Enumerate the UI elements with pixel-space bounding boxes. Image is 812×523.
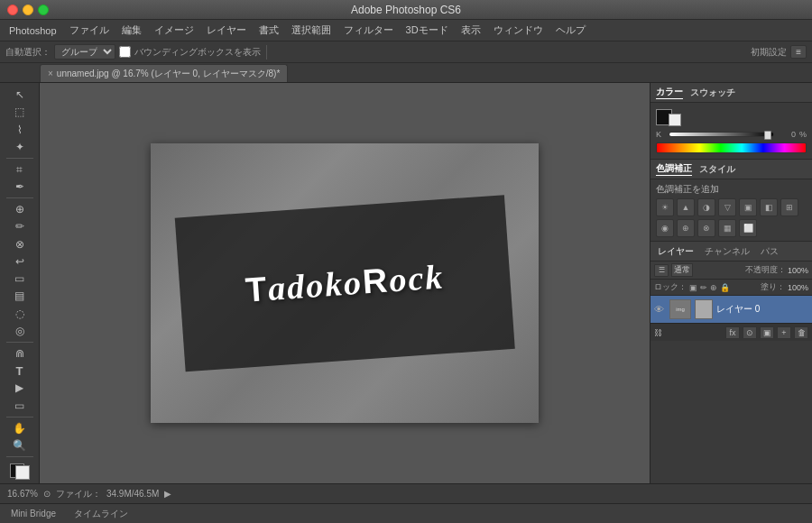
color-spectrum[interactable] (656, 142, 807, 153)
toolbar-separator (6, 158, 33, 159)
move-tool[interactable]: ↖ (8, 87, 32, 103)
banner-text-ock: ock (388, 257, 446, 298)
menu-help[interactable]: ヘルプ (550, 22, 591, 39)
autoselect-dropdown[interactable]: グループ レイヤー (54, 44, 115, 60)
eyedropper-tool[interactable]: ✒ (8, 179, 32, 195)
channels-tab[interactable]: チャンネル (701, 244, 753, 259)
menu-format[interactable]: 書式 (254, 22, 284, 39)
adj-exposure-icon[interactable]: ▽ (718, 198, 736, 216)
hand-tool[interactable]: ✋ (8, 420, 32, 436)
adj-hsl-icon[interactable]: ◧ (760, 198, 778, 216)
eraser-tool[interactable]: ▭ (8, 271, 32, 287)
toolbar-separator-2 (6, 197, 33, 198)
layer-mode-btn[interactable]: ☰ (654, 264, 669, 277)
document-tab[interactable]: × unnamed.jpg @ 16.7% (レイヤー 0, レイヤーマスク/8… (40, 64, 288, 82)
lasso-tool[interactable]: ⌇ (8, 121, 32, 137)
canvas-background: TadokoRock (151, 143, 539, 423)
new-layer-btn[interactable]: + (777, 326, 791, 339)
marquee-tool[interactable]: ⬚ (8, 104, 32, 120)
blend-mode-label[interactable]: 通常 (671, 263, 693, 277)
k-label: K (656, 130, 665, 139)
lock-position-btn[interactable]: ⊕ (710, 283, 717, 292)
adjustments-tab[interactable]: 色調補正 (656, 162, 692, 176)
history-brush-tool[interactable]: ↩ (8, 253, 32, 270)
layer-visibility-icon[interactable]: 👁 (654, 304, 664, 315)
bounding-box-checkbox[interactable] (119, 46, 131, 58)
adj-invert-icon[interactable]: ⬜ (739, 219, 757, 237)
adj-curves-icon[interactable]: ◑ (697, 198, 715, 216)
stamp-tool[interactable]: ⊗ (8, 236, 32, 252)
mini-bridge-tab[interactable]: Mini Bridge (7, 509, 60, 518)
layer-name: レイヤー 0 (716, 303, 808, 316)
magic-wand-tool[interactable]: ✦ (8, 139, 32, 155)
delete-layer-btn[interactable]: 🗑 (794, 326, 808, 339)
dodge-tool[interactable]: ◎ (8, 323, 32, 339)
adj-channel-mixer-icon[interactable]: ⊗ (697, 219, 715, 237)
blur-tool[interactable]: ◌ (8, 305, 32, 321)
adj-colorbalance-icon[interactable]: ⊞ (780, 198, 798, 216)
menu-3d[interactable]: 3Dモード (401, 22, 454, 39)
maximize-button[interactable] (38, 5, 49, 15)
pen-tool[interactable]: ⋒ (8, 345, 32, 362)
canvas-area[interactable]: TadokoRock (40, 83, 650, 483)
tab-close-btn[interactable]: × (48, 69, 53, 78)
menu-layer[interactable]: レイヤー (201, 22, 252, 39)
path-select-tool[interactable]: ▶ (8, 380, 32, 396)
shape-tool[interactable]: ▭ (8, 397, 32, 413)
adj-photo-filter-icon[interactable]: ⊕ (677, 219, 695, 237)
new-group-btn[interactable]: ▣ (760, 326, 774, 339)
options-menu-btn[interactable]: ≡ (790, 45, 807, 59)
layers-tab[interactable]: レイヤー (654, 244, 697, 259)
gradient-tool[interactable]: ▤ (8, 288, 32, 304)
close-button[interactable] (7, 5, 18, 15)
color-box (8, 463, 32, 480)
menu-filter[interactable]: フィルター (338, 22, 399, 39)
options-right: 初期設定 ≡ (751, 45, 807, 59)
right-panel: カラー スウォッチ K 0 % 色調補正 (650, 83, 812, 483)
adj-brightness-icon[interactable]: ☀ (656, 198, 674, 216)
canvas-container: TadokoRock (151, 143, 539, 423)
styles-tab[interactable]: スタイル (699, 163, 735, 176)
menu-file[interactable]: ファイル (64, 22, 115, 39)
menu-bar: Photoshop ファイル 編集 イメージ レイヤー 書式 選択範囲 フィルタ… (0, 20, 812, 41)
menu-photoshop[interactable]: Photoshop (4, 23, 62, 38)
swatches-tab[interactable]: スウォッチ (690, 87, 735, 99)
toolbar-separator-5 (6, 456, 33, 457)
menu-select[interactable]: 選択範囲 (286, 22, 337, 39)
timeline-tab[interactable]: タイムライン (70, 508, 132, 520)
lock-label: ロック： (654, 281, 687, 293)
opacity-value[interactable]: 100% (788, 266, 808, 275)
color-tab[interactable]: カラー (656, 86, 683, 99)
adj-vibrance-icon[interactable]: ▣ (739, 198, 757, 216)
type-tool[interactable]: T (8, 362, 32, 379)
menu-edit[interactable]: 編集 (116, 22, 147, 39)
layer-item[interactable]: 👁 img レイヤー 0 (651, 296, 812, 323)
lock-transparent-btn[interactable]: ▣ (689, 283, 697, 292)
color-background-swatch[interactable] (669, 114, 681, 126)
paths-tab[interactable]: パス (757, 244, 782, 259)
file-size-value: 34.9M/46.5M (106, 489, 159, 499)
menu-image[interactable]: イメージ (149, 22, 199, 39)
background-color[interactable] (15, 465, 30, 480)
crop-tool[interactable]: ⌗ (8, 161, 32, 178)
fill-value[interactable]: 100% (788, 283, 808, 292)
add-style-btn[interactable]: fx (725, 326, 740, 339)
k-slider[interactable] (669, 132, 774, 137)
add-mask-btn[interactable]: ⊙ (743, 326, 757, 339)
layer-controls-row: ☰ 通常 不透明度： 100% (651, 262, 812, 280)
menu-view[interactable]: 表示 (456, 22, 486, 39)
minimize-button[interactable] (23, 5, 33, 15)
adj-bw-icon[interactable]: ◉ (656, 219, 674, 237)
heal-tool[interactable]: ⊕ (8, 201, 32, 217)
brush-tool[interactable]: ✏ (8, 218, 32, 234)
app-title: Adobe Photoshop CS6 (351, 4, 461, 16)
autoselect-label: 自動選択： (5, 46, 51, 59)
adj-lookup-icon[interactable]: ▦ (718, 219, 736, 237)
k-slider-thumb[interactable] (764, 131, 771, 140)
menu-window[interactable]: ウィンドウ (488, 22, 549, 39)
zoom-tool[interactable]: 🔍 (8, 437, 32, 454)
lock-image-btn[interactable]: ✏ (700, 283, 707, 292)
layers-panel: レイヤー チャンネル パス ☰ 通常 不透明度： 100% ロック： ▣ ✏ ⊕… (651, 242, 812, 483)
adj-levels-icon[interactable]: ▲ (677, 198, 695, 216)
lock-all-btn[interactable]: 🔒 (720, 283, 730, 292)
